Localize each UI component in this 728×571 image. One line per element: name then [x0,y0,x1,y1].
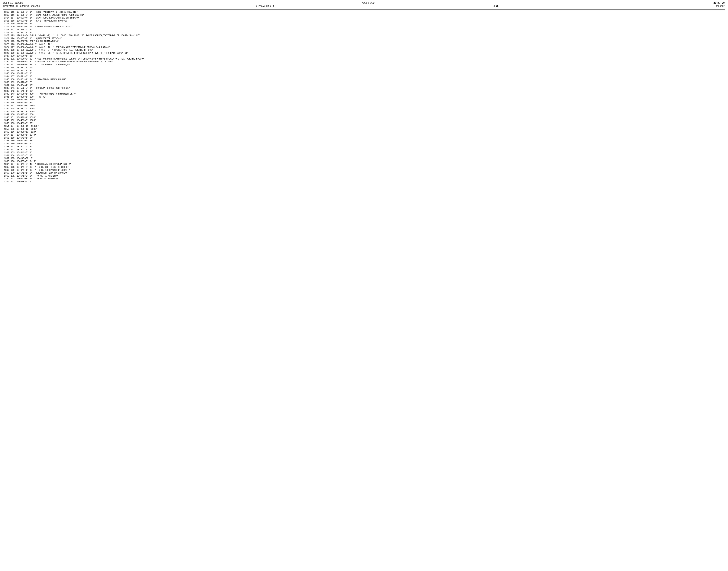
table-row: 1362165Ц8=147=20' 6* [3,157,725,160]
table-row: 1359162Ц8=642=7' 2* [3,148,725,151]
row-index: 161 [10,145,16,148]
row-number: 1347 [3,113,10,116]
table-row: 1370173Ц8=91=4' 1* [3,181,725,184]
table-row: 1351154Ц8=409=11' 11060* [3,125,725,128]
table-row: 1366169Ц8=641=1' 33' ' ТО ЖЕ 1ЯПКР(2ЯПКР… [3,169,725,172]
row-number: 1346 [3,110,10,113]
row-index: 117 [10,16,16,19]
row-number: 1340 [3,93,10,96]
row-number: 1322 [3,40,10,43]
row-number: 1331 [3,66,10,69]
row-index: 141 [10,87,16,90]
table-row: 1329132Ц8=636=9' 32' ' ПРОЖЕКТОРЫ ТЕАТРА… [3,61,725,64]
row-index: 157 [10,133,16,136]
table-row: 1344147Ц8=407=6' 950* [3,104,725,107]
row-index: 116 [10,14,16,17]
row-index: 155 [10,128,16,131]
row-number: 1335 [3,78,10,81]
table-row: 1364167Ц8=641=8' 46' ' ШТЕПСЕЛЬНАЯ КОРОБ… [3,163,725,166]
row-description: Ц8=642=8' 1* [16,151,725,154]
row-index: 144 [10,96,16,99]
row-description: Ц8=636=9(А1,0,9) К=0,9' 8' ' ПРОЖЕКТОРЫ … [16,49,725,52]
table-row: 1312115Ц8=635=2' 1' ' АВТОТРАНСФОРМАТОР … [3,11,725,14]
row-index: 130 [10,54,16,58]
table-row: 1348151Ц8=409=1' 1590* [3,116,725,119]
row-index: 149 [10,110,16,113]
row-number: 1353 [3,130,10,133]
header-info: ПРОГРАММНЫЙ КОМПЛЕКС АВС=ЗЕС ( РЕДАКЦИЯ … [3,5,725,7]
row-description: Ц8=522=5' 10' ' ШТЕПСЕЛЬНЫЕ РАЗЪЕМ ШТС=4… [16,25,725,28]
table-row: 1353156Ц8=409=13' 120* [3,130,725,133]
table-row: 1322125П2#МОНТАЖ ПЕРЕНОСНОЙ АППАРАТУРЫ#* [3,40,725,43]
table-row: 1316119Ц8=633=1' 2* [3,22,725,25]
row-number: 1319 [3,31,10,34]
row-index: 167 [10,163,16,166]
row-index: 134 [10,66,16,69]
row-index: 163 [10,151,16,154]
table-row: 1354157Ц8=399=1' 2240* [3,133,725,136]
row-description: Ц8=400=1' 200' ' ТО ЖЕ* [16,96,725,99]
row-number: 1312 [3,11,10,14]
row-index: 132 [10,61,16,64]
header-top: N264-12-318.92 Ad.16 c.2 25447-20 [3,2,725,4]
row-index: 165 [10,157,16,160]
row-number: 1350 [3,122,10,125]
table-row: 1314117Ц8=633=7' 1' ' ШКАФ НЕРЕГУЛИРУЕМЫ… [3,16,725,19]
row-number: 1370 [3,181,10,184]
row-number: 1348 [3,116,10,119]
row-number: 1320 [3,34,10,37]
row-description: Ц8=147=6' 18* [16,154,725,157]
page-container: N264-12-318.92 Ad.16 c.2 25447-20 ПРОГРА… [3,2,725,183]
table-row: 1327130Ц8=636=1' 16* [3,54,725,58]
row-index: 118 [10,19,16,22]
row-description: Ц8=636=1(А1,0,9) К=0,9' 16* [16,43,725,46]
row-description: Ц8=642=3' 12* [16,142,725,145]
row-index: 138 [10,78,16,81]
row-number: 1349 [3,119,10,122]
row-description: Ц8=522=5' 8' ' КОРОБКА С РОЗЕТКОЙ КР3=25… [16,87,725,90]
row-number: 1313 [3,14,10,17]
row-index: 152 [10,119,16,122]
table-row: 1368171Ц8=541=3' 6' ' ТО ЖЕ НА 40КЛЕММ* [3,175,725,178]
row-description: Ц8=642=6' 4* [16,145,725,148]
row-number: 1324 [3,46,10,49]
data-table: 1312115Ц8=635=2' 1' ' АВТОТРАНСФОРМАТОР … [3,11,725,183]
row-index: 160 [10,142,16,145]
row-description: Ц8=505=1' 430' ' НАПРАВЛЯЮЩИЕ К ПИТАЮЩЕЙ… [16,93,725,96]
row-description: Ц8=638=2' 2' ' ШКАФ ИЗБИРАТЕЛЬНОЙ КОММУТ… [16,14,725,17]
row-description: Ц8=633=7' 1' ' ШКАФ НЕРЕГУЛИРУЕМЫХ ЦЕПЕЙ… [16,16,725,19]
table-row: 1332135Ц8=593=1' 4* [3,69,725,72]
row-number: 1321 [3,37,10,40]
row-description: Ц8=407=5' 250* [16,107,725,110]
row-description: ЦТСКЦ8=84 ВЫП.1 2=2041(=7)' 1' 11,56#6,2… [16,34,725,37]
row-index: 139 [10,81,16,84]
row-number: 1358 [3,145,10,148]
row-index: 173 [10,181,16,184]
row-index: 164 [10,154,16,157]
row-description: Ц8=636=1' 16* [16,54,725,58]
row-description: Ц8=409=13' 120* [16,130,725,133]
row-description: Ц8=529=5' 2* [16,28,725,31]
row-description: Ц8=593=1' 4* [16,69,725,72]
row-description: Ц8=642=2' 35* [16,139,725,142]
doc-number: 3026862 [716,5,725,7]
row-description: Ц8=641=1' 33' ' ТО ЖЕ 1ЯПКР(2ЯПКР 3ЯПКР)… [16,169,725,172]
row-description: Ц8=642=1' 64* [16,136,725,139]
row-index: 120 [10,25,16,28]
row-description: Ц8=604=4' 15* [16,84,725,87]
row-index: 166 [10,160,16,163]
row-number: 1338 [3,87,10,90]
table-row: 1337140Ц8=604=4' 15* [3,84,725,87]
row-description: Ц8=407=8' 950* [16,110,725,113]
row-index: 168 [10,166,16,169]
row-index: 128 [10,49,16,52]
row-description: Ц8=397=2' 0,15* [16,160,725,163]
table-row: 1323126Ц8=636=1(А1,0,9) К=0,9' 16* [3,43,725,46]
table-row: 1328131Ц8=636=8' 82' ' СВЕТИЛЬНИКИ ТЕАТР… [3,58,725,61]
table-row: 1338141Ц8=522=5' 8' ' КОРОБКА С РОЗЕТКОЙ… [3,87,725,90]
row-index: 123 [10,34,16,37]
table-row: 1334137Ц8=591=8' 16* [3,75,725,78]
row-number: 1323 [3,43,10,46]
row-number: 1315 [3,19,10,22]
program-label: ПРОГРАММНЫЙ КОМПЛЕКС АВС=ЗЕС [3,5,40,7]
